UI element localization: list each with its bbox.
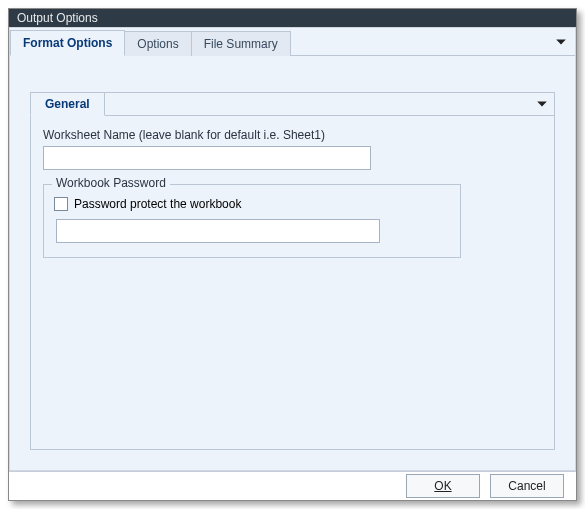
outer-tabstrip: Format Options Options File Summary xyxy=(10,28,575,56)
workbook-password-group: Workbook Password Password protect the w… xyxy=(43,184,461,258)
tab-label: File Summary xyxy=(204,37,278,51)
cancel-button-label: Cancel xyxy=(508,479,545,493)
workbook-password-legend: Workbook Password xyxy=(52,176,170,190)
tab-file-summary[interactable]: File Summary xyxy=(191,31,291,56)
dialog-footer: OK Cancel xyxy=(9,471,576,500)
ok-button[interactable]: OK xyxy=(406,474,480,498)
titlebar: Output Options xyxy=(9,9,576,27)
worksheet-name-input[interactable] xyxy=(43,146,371,170)
worksheet-name-label: Worksheet Name (leave blank for default … xyxy=(43,128,542,142)
output-options-dialog: Output Options Format Options Options Fi… xyxy=(8,8,577,501)
inner-tabstrip-overflow-button[interactable] xyxy=(534,96,550,112)
format-options-body: General Worksheet Name (leave blank for … xyxy=(10,56,575,470)
password-protect-checkbox[interactable] xyxy=(54,197,68,211)
tab-format-options[interactable]: Format Options xyxy=(10,30,125,56)
tab-label: Format Options xyxy=(23,36,112,50)
tab-label: General xyxy=(45,97,90,111)
workbook-password-input[interactable] xyxy=(56,219,380,243)
tabstrip-overflow-button[interactable] xyxy=(553,34,569,50)
inner-panel: General Worksheet Name (leave blank for … xyxy=(30,92,555,450)
general-body: Worksheet Name (leave blank for default … xyxy=(31,116,554,270)
ok-button-label: OK xyxy=(434,479,451,493)
password-protect-row: Password protect the workbook xyxy=(54,197,450,211)
tab-options[interactable]: Options xyxy=(124,31,191,56)
content-area: Format Options Options File Summary Gene… xyxy=(9,27,576,471)
window-title: Output Options xyxy=(17,11,98,25)
chevron-down-icon xyxy=(536,98,548,110)
inner-tabstrip: General xyxy=(31,92,554,116)
chevron-down-icon xyxy=(555,36,567,48)
cancel-button[interactable]: Cancel xyxy=(490,474,564,498)
tab-label: Options xyxy=(137,37,178,51)
password-protect-label: Password protect the workbook xyxy=(74,197,241,211)
tab-general[interactable]: General xyxy=(30,92,105,116)
